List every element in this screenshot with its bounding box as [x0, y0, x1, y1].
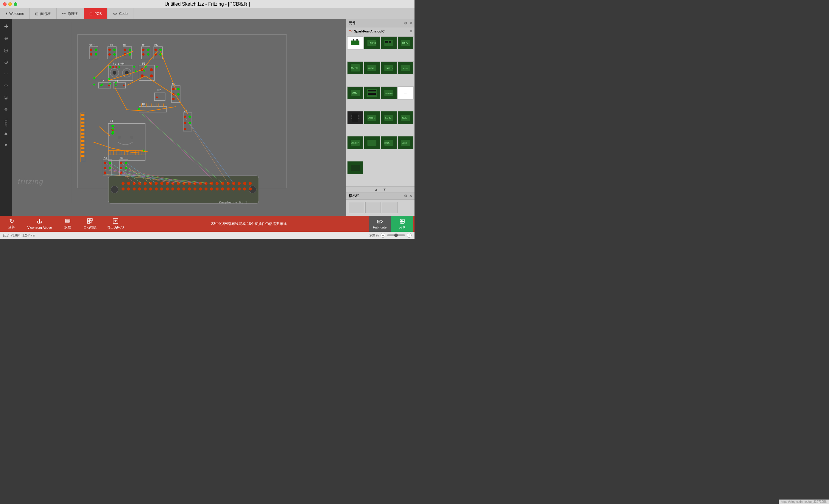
- tab-schematic[interactable]: 〜 原理图: [57, 8, 84, 19]
- svg-point-223: [115, 82, 116, 83]
- svg-point-86: [159, 48, 162, 51]
- component-item[interactable]: LF398-N: [364, 111, 380, 124]
- export-pcb-tool[interactable]: 导出为PCB: [102, 218, 129, 230]
- component-item[interactable]: ···: [398, 86, 413, 100]
- svg-rect-236: [351, 40, 359, 45]
- indicator-cells: [346, 200, 414, 216]
- indicator-settings-icon[interactable]: ⚙: [404, 194, 407, 198]
- main-area: ✛ ⊕ ◎ ⊙ ··· TEMP ▲ ▼: [0, 19, 414, 216]
- component-item[interactable]: [347, 36, 363, 49]
- component-item[interactable]: LM358: [364, 36, 380, 49]
- view-from-above-label: View from Above: [27, 226, 52, 229]
- grid-scroll-down[interactable]: ▼: [381, 187, 388, 191]
- grid-scroll-up[interactable]: ▲: [373, 187, 380, 191]
- component-item[interactable]: MCP402x: [381, 86, 397, 100]
- svg-point-224: [93, 84, 95, 85]
- sidebar-route-tool[interactable]: ⊕: [1, 33, 11, 43]
- panel-settings-icon[interactable]: ⚙: [404, 21, 407, 25]
- svg-text:Raspberry Pi 3: Raspberry Pi 3: [219, 200, 247, 204]
- component-item[interactable]: INA2xx: [381, 61, 397, 74]
- component-item[interactable]: [364, 86, 380, 100]
- svg-point-104: [150, 74, 153, 77]
- svg-rect-266: [358, 116, 359, 117]
- titlebar: Untitled Sketch.fzz - Fritzing - [PCB视图]: [0, 0, 414, 8]
- zoom-out-button[interactable]: −: [381, 233, 385, 238]
- svg-text:SFR2Nx: SFR2Nx: [385, 142, 390, 144]
- svg-rect-242: [385, 41, 388, 43]
- sidebar-more-tool[interactable]: ···: [1, 69, 11, 79]
- tab-pcb[interactable]: ⊡ PCB: [84, 8, 108, 19]
- component-item[interactable]: [364, 136, 380, 149]
- svg-text:Dual Op: Dual Op: [385, 117, 391, 119]
- svg-text:LF398-N: LF398-N: [368, 117, 375, 119]
- sidebar-scroll-down[interactable]: ▼: [1, 140, 11, 150]
- rotate-tool[interactable]: ↻ 旋转: [1, 218, 22, 229]
- svg-text:U1: U1: [110, 119, 113, 122]
- maximize-button[interactable]: [14, 2, 17, 6]
- library-menu-icon[interactable]: ≡: [410, 29, 412, 33]
- svg-point-50: [210, 187, 213, 190]
- component-item[interactable]: LM7x: [347, 86, 363, 100]
- sidebar-camera-icon[interactable]: [1, 105, 11, 114]
- component-item[interactable]: [347, 111, 363, 124]
- svg-point-119: [177, 88, 180, 90]
- zoom-in-button[interactable]: +: [407, 233, 411, 238]
- sidebar-scroll-up[interactable]: ▲: [1, 129, 11, 138]
- auto-route-tool[interactable]: 自动布线: [78, 218, 102, 230]
- panel-controls: ⚙ ✕: [404, 21, 412, 25]
- components-panel-header: 元件 ⚙ ✕: [346, 19, 414, 27]
- component-item[interactable]: INA2xx: [398, 111, 413, 124]
- svg-point-53: [227, 187, 229, 190]
- component-item[interactable]: LM3886T: [347, 136, 363, 149]
- svg-point-178: [109, 162, 111, 164]
- component-item[interactable]: LM317T: [398, 61, 413, 74]
- panel-close-icon[interactable]: ✕: [409, 21, 412, 25]
- zoom-slider[interactable]: [387, 235, 405, 236]
- svg-point-221: [108, 78, 110, 80]
- close-button[interactable]: [3, 2, 6, 6]
- sidebar-wifi-icon[interactable]: [1, 81, 11, 91]
- svg-rect-257: [368, 89, 376, 92]
- pcb-diagram[interactable]: Raspberry Pi 3 VCC1 IR1 M1 M5: [12, 19, 346, 216]
- double-layer-tool[interactable]: 双层: [57, 218, 78, 230]
- fabricate-button[interactable]: Fabricate: [369, 216, 391, 232]
- svg-point-229: [135, 70, 137, 72]
- svg-point-108: [108, 84, 110, 86]
- minimize-button[interactable]: [8, 2, 12, 6]
- sidebar-zoom-tool[interactable]: ⊙: [1, 57, 11, 67]
- component-item[interactable]: LM741: [364, 61, 380, 74]
- svg-text:MCP4x: MCP4x: [351, 67, 358, 69]
- status-bar: (x,y)=(3.894, 1.244) in 200 % − +: [0, 232, 414, 239]
- view-from-above-tool[interactable]: View from Above: [22, 218, 57, 229]
- svg-point-220: [93, 77, 95, 79]
- tab-welcome[interactable]: ƒ Welcome: [0, 8, 30, 19]
- svg-point-14: [144, 182, 146, 185]
- svg-point-98: [118, 66, 120, 68]
- component-item[interactable]: [381, 36, 397, 49]
- component-item[interactable]: LM358: [398, 136, 413, 149]
- svg-text:LM317T: LM317T: [402, 68, 408, 69]
- component-item[interactable]: LM35: [398, 36, 413, 49]
- indicator-close-icon[interactable]: ✕: [409, 194, 412, 198]
- tab-breadboard[interactable]: ⊞ 面包板: [30, 8, 57, 19]
- svg-rect-262: [351, 115, 352, 116]
- svg-text:INA2xx: INA2xx: [385, 67, 393, 70]
- component-item[interactable]: SFR2Nx: [381, 136, 397, 149]
- pcb-canvas[interactable]: fritzing: [12, 19, 346, 216]
- component-item[interactable]: [347, 161, 363, 174]
- component-grid: LM358 LM35 MCP4x LM741 INA2xx LM317T: [346, 35, 414, 186]
- waveform-icon: 〜: [349, 29, 353, 34]
- zoom-thumb: [394, 233, 398, 237]
- rotate-label: 旋转: [8, 225, 15, 229]
- sidebar-select-tool[interactable]: ✛: [1, 22, 11, 31]
- component-item[interactable]: Dual Op: [381, 111, 397, 124]
- status-message: 22中的8网络布线完成-18个接插件仍然需要布线: [129, 221, 369, 226]
- sidebar-antenna-icon[interactable]: [1, 93, 11, 103]
- svg-point-35: [127, 187, 130, 190]
- svg-point-187: [125, 167, 128, 169]
- component-item[interactable]: MCP4x: [347, 61, 363, 74]
- sidebar-inspect-tool[interactable]: ◎: [1, 45, 11, 55]
- share-button[interactable]: 分享: [391, 216, 413, 232]
- tab-code[interactable]: <> Code: [108, 8, 134, 19]
- svg-point-231: [112, 125, 114, 127]
